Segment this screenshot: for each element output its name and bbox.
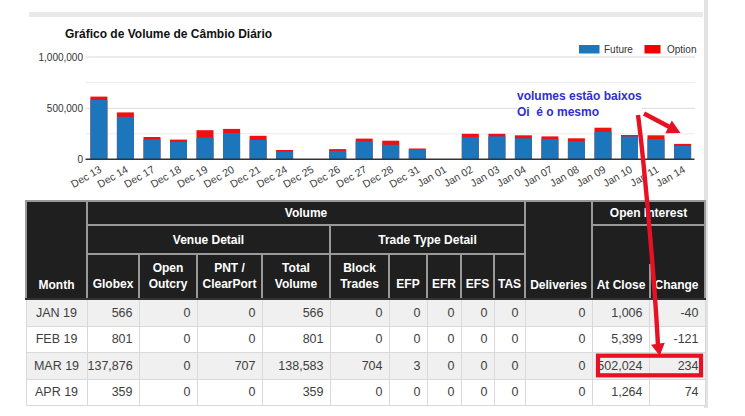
svg-text:500,000: 500,000 [47, 103, 84, 114]
svg-text:Future: Future [604, 44, 633, 55]
svg-text:1,000,000: 1,000,000 [39, 52, 84, 63]
svg-text:Dec 31: Dec 31 [387, 163, 422, 190]
svg-text:Jan 08: Jan 08 [548, 163, 581, 189]
svg-text:Option: Option [667, 44, 696, 55]
svg-text:Jan 04: Jan 04 [495, 163, 528, 189]
svg-text:Jan 01: Jan 01 [415, 163, 448, 189]
svg-text:Jan 03: Jan 03 [468, 163, 501, 189]
svg-text:Jan 11: Jan 11 [628, 163, 661, 189]
svg-text:Jan 10: Jan 10 [601, 163, 634, 189]
svg-text:0: 0 [77, 154, 83, 165]
svg-text:Jan 14: Jan 14 [654, 163, 687, 189]
svg-text:Jan 02: Jan 02 [441, 163, 474, 189]
svg-text:Jan 09: Jan 09 [574, 163, 607, 189]
svg-text:Jan 07: Jan 07 [521, 163, 554, 189]
